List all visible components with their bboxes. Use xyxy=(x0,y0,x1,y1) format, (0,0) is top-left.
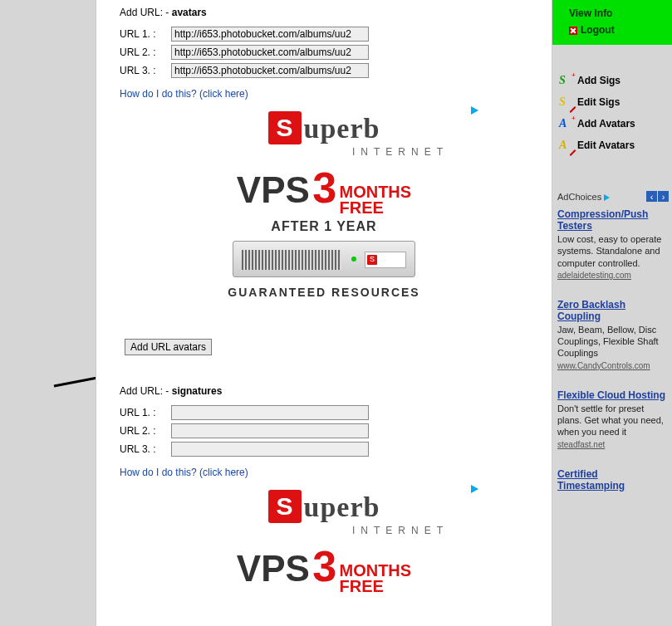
logout-label: Logout xyxy=(581,24,615,36)
side-ad-domain[interactable]: adelaidetesting.com xyxy=(557,271,631,280)
add-url-avatars-button[interactable]: Add URL avatars xyxy=(125,339,212,355)
side-ad-desc: Jaw, Beam, Bellow, Disc Couplings, Flexi… xyxy=(557,324,667,359)
ad-brand-sub: INTERNET xyxy=(199,525,449,536)
ad-banner-avatars[interactable]: S uperb INTERNET VPS 3 MONTHSFREE AFTER … xyxy=(199,106,449,299)
avatars-section-title: Add URL: - avatars xyxy=(120,7,528,18)
title-bold: avatars xyxy=(172,7,207,18)
adchoices-triangle-icon[interactable] xyxy=(471,106,478,115)
url-row: URL 1. : xyxy=(120,27,528,42)
ad-months-free: MONTHSFREE xyxy=(339,563,411,594)
edit-sigs-link[interactable]: S Edit Sigs xyxy=(559,91,665,113)
adchoices-label[interactable]: AdChoices xyxy=(557,192,610,202)
avatar-url-3-input[interactable] xyxy=(171,63,369,78)
side-ad[interactable]: Flexible Cloud Hosting Don't settle for … xyxy=(552,384,672,463)
avatar-add-icon: A+ xyxy=(559,117,572,130)
side-ad-domain[interactable]: www.CandyControls.com xyxy=(557,361,650,370)
avatar-edit-icon: A xyxy=(559,139,572,152)
side-ad-desc: Low cost, easy to operate systems. Stand… xyxy=(557,233,667,269)
ad-three: 3 xyxy=(312,164,336,212)
ad-footer: GUARANTEED RESOURCES xyxy=(199,286,449,299)
url-label: URL 3. : xyxy=(120,65,166,76)
tools-menu: S+ Add Sigs S Edit Sigs A+ Add Avatars A… xyxy=(552,45,672,164)
signatures-help-link[interactable]: How do I do this? (click here) xyxy=(120,467,528,478)
avatars-help-link[interactable]: How do I do this? (click here) xyxy=(120,88,528,100)
url-row: URL 3. : xyxy=(120,442,528,457)
url-label: URL 2. : xyxy=(120,425,166,437)
adchoices-triangle-icon xyxy=(604,194,610,201)
logout-link[interactable]: Logout xyxy=(552,22,672,38)
signature-url-3-input[interactable] xyxy=(171,442,369,457)
url-row: URL 2. : xyxy=(120,45,528,60)
ad-brand-s: S xyxy=(268,111,302,144)
ad-logo: S uperb xyxy=(268,490,380,523)
add-avatars-link[interactable]: A+ Add Avatars xyxy=(559,113,665,134)
adchoices-bar: AdChoices ‹ › xyxy=(552,186,672,203)
server-graphic: S xyxy=(233,241,415,277)
main-content: Add URL: - avatars URL 1. : URL 2. : URL… xyxy=(96,0,552,626)
sig-add-icon: S+ xyxy=(559,74,572,87)
ad-vps: VPS xyxy=(237,169,310,210)
account-box: View Info Logout xyxy=(552,0,672,45)
side-ad[interactable]: Zero Backlash Coupling Jaw, Beam, Bellow… xyxy=(552,294,672,384)
sig-edit-icon: S xyxy=(559,95,572,109)
signature-url-1-input[interactable] xyxy=(171,405,369,420)
title-prefix: Add URL: - xyxy=(120,385,172,397)
menu-label: Edit Avatars xyxy=(577,139,635,151)
menu-label: Edit Sigs xyxy=(577,96,620,108)
url-row: URL 3. : xyxy=(120,63,528,78)
title-bold: signatures xyxy=(172,385,223,397)
ad-after: AFTER 1 YEAR xyxy=(199,219,449,234)
url-label: URL 2. : xyxy=(120,46,166,58)
side-ad-domain[interactable]: steadfast.net xyxy=(557,440,605,449)
ad-brand-s: S xyxy=(268,490,302,523)
add-sigs-link[interactable]: S+ Add Sigs xyxy=(559,70,665,91)
ads-prev-button[interactable]: ‹ xyxy=(646,191,657,202)
view-info-link[interactable]: View Info xyxy=(552,5,672,22)
ad-three: 3 xyxy=(312,542,336,590)
ad-brand-rest: uperb xyxy=(304,113,380,144)
side-ad-title[interactable]: Zero Backlash Coupling xyxy=(557,299,667,322)
side-ad[interactable]: Compression/Push Testers Low cost, easy … xyxy=(552,203,672,294)
title-prefix: Add URL: - xyxy=(120,7,172,18)
avatar-url-2-input[interactable] xyxy=(171,45,369,60)
close-icon xyxy=(569,27,577,35)
right-panel: View Info Logout S+ Add Sigs S Edit Sigs… xyxy=(552,0,672,626)
adchoices-triangle-icon[interactable] xyxy=(471,485,478,493)
side-ad-desc: Don't settle for preset plans. Get what … xyxy=(557,403,667,438)
url-row: URL 1. : xyxy=(120,405,528,420)
url-label: URL 1. : xyxy=(120,28,166,40)
url-label: URL 3. : xyxy=(120,443,166,455)
left-gutter xyxy=(0,0,96,626)
ad-brand-rest: uperb xyxy=(304,492,380,523)
signature-url-2-input[interactable] xyxy=(171,423,369,438)
edit-avatars-link[interactable]: A Edit Avatars xyxy=(559,134,665,156)
url-row: URL 2. : xyxy=(120,423,528,438)
ad-months-free: MONTHSFREE xyxy=(339,184,411,216)
menu-label: Add Sigs xyxy=(577,75,620,86)
ad-logo: S uperb xyxy=(268,111,380,144)
side-ad-title[interactable]: Compression/Push Testers xyxy=(557,208,667,232)
url-label: URL 1. : xyxy=(120,407,166,418)
ad-banner-signatures[interactable]: S uperb INTERNET VPS 3 MONTHSFREE xyxy=(199,485,449,594)
ad-vps: VPS xyxy=(237,548,310,589)
ad-brand-sub: INTERNET xyxy=(199,146,449,158)
side-ad-title[interactable]: Flexible Cloud Hosting xyxy=(557,389,667,401)
side-ad-title[interactable]: Certified Timestamping xyxy=(557,468,667,492)
ad-headline: VPS 3 MONTHSFREE xyxy=(199,163,449,216)
ads-next-button[interactable]: › xyxy=(658,191,669,202)
signatures-section-title: Add URL: - signatures xyxy=(120,385,528,397)
avatar-url-1-input[interactable] xyxy=(171,27,369,42)
ad-headline: VPS 3 MONTHSFREE xyxy=(199,541,449,594)
side-ad[interactable]: Certified Timestamping xyxy=(552,463,672,506)
menu-label: Add Avatars xyxy=(577,118,635,130)
